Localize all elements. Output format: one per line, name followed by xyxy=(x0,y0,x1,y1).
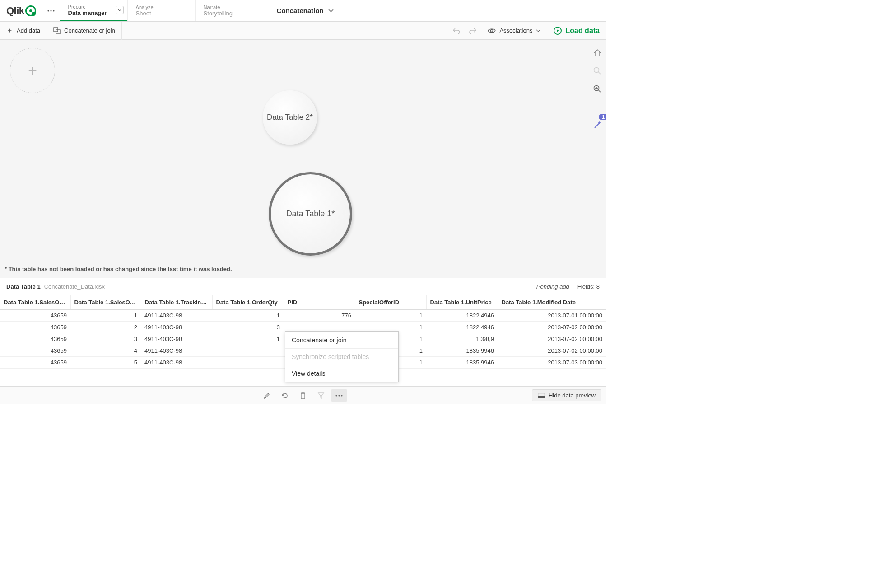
preview-fields-count: Fields: 8 xyxy=(577,283,600,290)
nav-tab-analyze[interactable]: Analyze Sheet xyxy=(127,0,195,21)
app-name: Concatenation xyxy=(277,7,324,14)
add-data-button[interactable]: ＋ Add data xyxy=(0,22,47,40)
column-header[interactable]: PID xyxy=(284,295,355,310)
column-header[interactable]: Data Table 1.Modified Date xyxy=(498,295,606,310)
more-icon[interactable] xyxy=(331,389,347,402)
table-header-row: Data Table 1.SalesOr…Data Table 1.SalesO… xyxy=(0,295,606,310)
svg-line-7 xyxy=(598,72,601,74)
recommendations-icon[interactable]: 1 xyxy=(592,120,602,130)
nav-tab-bottomlabel: Sheet xyxy=(136,10,187,17)
table-cell: 1 xyxy=(355,310,426,322)
table-cell: 43659 xyxy=(0,310,70,322)
table-cell xyxy=(212,345,284,357)
table-cell: 4911-403C-98 xyxy=(141,322,212,333)
column-header[interactable]: Data Table 1.UnitPrice xyxy=(426,295,498,310)
app-name-area[interactable]: Concatenation xyxy=(263,0,606,21)
table-cell: 2 xyxy=(70,322,141,333)
column-header[interactable]: Data Table 1.SalesOr… xyxy=(0,295,70,310)
concatenate-icon xyxy=(53,27,61,34)
column-header[interactable]: Data Table 1.SalesOr… xyxy=(70,295,141,310)
undo-button[interactable] xyxy=(448,22,465,40)
table-cell: 1098,9 xyxy=(426,333,498,345)
refresh-icon[interactable] xyxy=(277,389,293,402)
hide-preview-label: Hide data preview xyxy=(549,392,596,399)
column-header[interactable]: SpecialOfferID xyxy=(355,295,426,310)
bottom-toolbar: Hide data preview xyxy=(0,386,606,404)
logo: Qlik xyxy=(0,0,42,21)
associations-button[interactable]: Associations xyxy=(481,22,547,40)
preview-header: Data Table 1 Concatenate_Data.xlsx Pendi… xyxy=(0,278,606,295)
panel-icon xyxy=(538,393,545,398)
data-manager-canvas[interactable]: ＋ Data Table 2* Data Table 1* * This tab… xyxy=(0,40,606,278)
concatenate-join-button[interactable]: Concatenate or join xyxy=(47,22,122,40)
nav-tab-toplabel: Analyze xyxy=(136,5,187,10)
preview-file-name: Concatenate_Data.xlsx xyxy=(44,283,105,290)
table-cell: 1822,4946 xyxy=(426,322,498,333)
table-bubble-label: Data Table 2* xyxy=(267,113,313,122)
svg-point-16 xyxy=(341,395,342,396)
svg-point-0 xyxy=(47,10,49,11)
table-cell: 43659 xyxy=(0,333,70,345)
menu-item-concatenate-join[interactable]: Concatenate or join xyxy=(285,332,398,349)
table-bubble-data-table-2[interactable]: Data Table 2* xyxy=(263,90,317,145)
table-cell: 2013-07-02 00:00:00 xyxy=(498,345,606,357)
nav-tab-toplabel: Prepare xyxy=(68,4,119,9)
global-more-button[interactable] xyxy=(42,0,60,21)
table-cell: 4911-403C-98 xyxy=(141,333,212,345)
table-cell: 4911-403C-98 xyxy=(141,310,212,322)
table-cell: 4911-403C-98 xyxy=(141,357,212,369)
add-data-label: Add data xyxy=(17,27,40,34)
nav-tab-prepare[interactable]: Prepare Data manager xyxy=(60,0,127,21)
zoom-out-icon[interactable] xyxy=(592,66,602,76)
table-cell: 3 xyxy=(212,322,284,333)
nav-tabs: Prepare Data manager Analyze Sheet Narra… xyxy=(60,0,263,21)
logo-icon xyxy=(25,5,36,16)
sub-toolbar: ＋ Add data Concatenate or join Associati… xyxy=(0,22,606,40)
home-icon[interactable] xyxy=(592,48,602,58)
concat-join-label: Concatenate or join xyxy=(64,27,115,34)
menu-item-synchronize-scripted: Synchronize scripted tables xyxy=(285,349,398,365)
table-bubble-data-table-1[interactable]: Data Table 1* xyxy=(269,172,352,256)
chevron-down-icon[interactable] xyxy=(116,6,124,14)
logo-text: Qlik xyxy=(6,5,24,17)
redo-button[interactable] xyxy=(465,22,481,40)
nav-tab-narrate[interactable]: Narrate Storytelling xyxy=(195,0,263,21)
table-cell: 776 xyxy=(284,310,355,322)
table-cell: 43659 xyxy=(0,357,70,369)
table-cell: 1835,9946 xyxy=(426,357,498,369)
table-cell: 2013-07-02 00:00:00 xyxy=(498,322,606,333)
plus-icon: ＋ xyxy=(25,61,40,80)
nav-tab-toplabel: Narrate xyxy=(204,5,255,10)
svg-point-2 xyxy=(53,10,54,11)
delete-icon[interactable] xyxy=(295,389,311,402)
table-cell: 1 xyxy=(212,310,284,322)
column-header[interactable]: Data Table 1.OrderQty xyxy=(212,295,284,310)
column-header[interactable]: Data Table 1.Tracking… xyxy=(141,295,212,310)
svg-line-10 xyxy=(598,90,601,92)
load-data-label: Load data xyxy=(565,27,600,35)
add-table-bubble[interactable]: ＋ xyxy=(10,48,55,93)
filter-icon xyxy=(313,389,329,402)
hide-data-preview-button[interactable]: Hide data preview xyxy=(532,389,601,401)
load-data-button[interactable]: Load data xyxy=(547,22,606,40)
canvas-footnote: * This table has not been loaded or has … xyxy=(5,266,232,272)
chevron-down-icon xyxy=(328,9,334,13)
edit-icon[interactable] xyxy=(259,389,275,402)
table-cell: 1822,4946 xyxy=(426,310,498,322)
chevron-down-icon xyxy=(536,29,540,32)
svg-point-15 xyxy=(338,395,340,396)
canvas-side-tools: 1 xyxy=(592,48,602,130)
table-row[interactable]: 4365914911-403C-98177611822,49462013-07-… xyxy=(0,310,606,322)
top-nav: Qlik Prepare Data manager Analyze Sheet … xyxy=(0,0,606,22)
table-cell: 2013-07-01 00:00:00 xyxy=(498,310,606,322)
menu-item-view-details[interactable]: View details xyxy=(285,365,398,382)
table-cell: 1 xyxy=(212,333,284,345)
table-cell: 1835,9946 xyxy=(426,345,498,357)
table-cell: 4911-403C-98 xyxy=(141,345,212,357)
svg-rect-18 xyxy=(538,396,545,398)
table-cell: 3 xyxy=(70,333,141,345)
table-cell: 4 xyxy=(70,345,141,357)
table-cell: 5 xyxy=(70,357,141,369)
table-cell xyxy=(212,357,284,369)
zoom-in-icon[interactable] xyxy=(592,84,602,94)
